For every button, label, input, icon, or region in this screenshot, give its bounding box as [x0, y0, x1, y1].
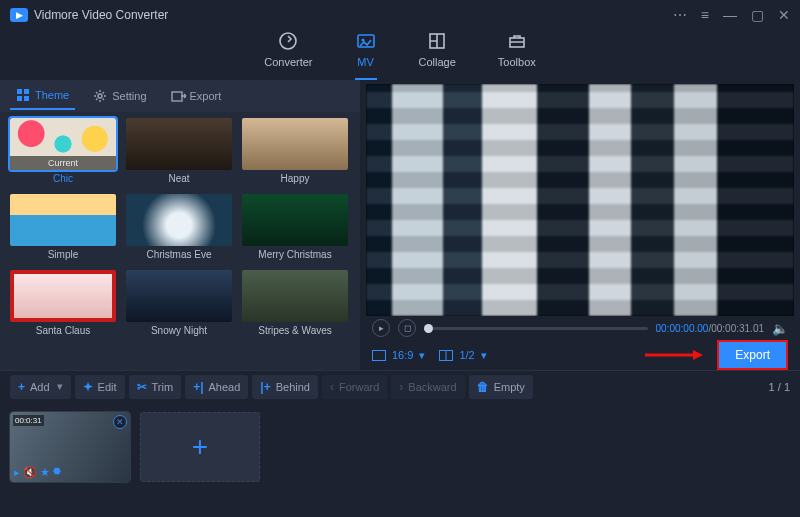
- clip-duration: 00:0:31: [13, 415, 44, 426]
- tab-label: Setting: [112, 90, 146, 102]
- maximize-icon[interactable]: ▢: [751, 7, 764, 23]
- export-button[interactable]: Export: [717, 340, 788, 370]
- btn-label: Add: [30, 381, 50, 393]
- scissors-icon: ✂: [137, 380, 147, 394]
- theme-snowy-night[interactable]: Snowy Night: [124, 270, 234, 340]
- clip-toolbar: +Add▾ ✦Edit ✂Trim +|Ahead |+Behind ‹Forw…: [0, 370, 800, 402]
- clip-thumbnail[interactable]: 00:0:31 ✕ ▸ 🔇 ★ ⬣: [10, 412, 130, 482]
- star-icon[interactable]: ★: [40, 466, 50, 479]
- aspect-ratio-dropdown[interactable]: 16:9 ▾: [372, 349, 425, 362]
- tab-export[interactable]: Export: [165, 83, 228, 109]
- top-nav: Converter MV Collage Toolbox: [0, 30, 800, 80]
- nav-mv[interactable]: MV: [355, 30, 377, 80]
- minimize-icon[interactable]: ―: [723, 7, 737, 23]
- titlebar: ▶ Vidmore Video Converter ⋯ ≡ ― ▢ ✕: [0, 0, 800, 30]
- chevron-down-icon: ▾: [419, 349, 425, 362]
- edit-button[interactable]: ✦Edit: [75, 375, 125, 399]
- nav-label: Collage: [419, 56, 456, 68]
- add-button[interactable]: +Add▾: [10, 375, 71, 399]
- video-preview[interactable]: [366, 84, 794, 316]
- preview-panel: ▸ ◻ 00:00:00.00/00:00:31.01 🔈 16:9 ▾ 1/2…: [360, 80, 800, 370]
- grid4-icon: [16, 88, 30, 102]
- theme-simple[interactable]: Simple: [8, 194, 118, 264]
- timecode: 00:00:00.00/00:00:31.01: [656, 323, 764, 334]
- theme-label: Stripes & Waves: [258, 325, 332, 336]
- nav-label: Toolbox: [498, 56, 536, 68]
- grid-icon: [426, 30, 448, 52]
- panel-tabs: Theme Setting Export: [0, 80, 360, 112]
- nav-collage[interactable]: Collage: [419, 30, 456, 80]
- svg-point-9: [98, 94, 102, 98]
- themes-grid: CurrentChicNeatHappySimpleChristmas EveM…: [0, 112, 360, 370]
- main-area: Theme Setting Export CurrentChicNeatHapp…: [0, 80, 800, 370]
- play-icon[interactable]: ▸: [14, 466, 20, 479]
- play-button[interactable]: ▸: [372, 319, 390, 337]
- theme-thumb: [126, 270, 232, 322]
- svg-rect-8: [24, 96, 29, 101]
- preview-image: [366, 84, 794, 316]
- refresh-icon: [277, 30, 299, 52]
- add-clip-button[interactable]: +: [140, 412, 260, 482]
- theme-merry-christmas[interactable]: Merry Christmas: [240, 194, 350, 264]
- close-icon[interactable]: ✕: [778, 7, 790, 23]
- btn-label: Behind: [276, 381, 310, 393]
- theme-thumb: [242, 194, 348, 246]
- plus-icon: +: [18, 380, 25, 394]
- backward-button: ›Backward: [391, 375, 464, 399]
- svg-rect-11: [373, 350, 386, 360]
- seek-slider[interactable]: [424, 327, 648, 330]
- volume-icon[interactable]: 🔈: [772, 321, 788, 336]
- timeline-tray: 00:0:31 ✕ ▸ 🔇 ★ ⬣ +: [0, 402, 800, 497]
- page-dropdown[interactable]: 1/2 ▾: [439, 349, 486, 362]
- tab-label: Export: [190, 90, 222, 102]
- ahead-button[interactable]: +|Ahead: [185, 375, 248, 399]
- nav-toolbox[interactable]: Toolbox: [498, 30, 536, 80]
- trim-button[interactable]: ✂Trim: [129, 375, 182, 399]
- feedback-icon[interactable]: ⋯: [673, 7, 687, 23]
- theme-happy[interactable]: Happy: [240, 118, 350, 188]
- seek-handle[interactable]: [424, 324, 433, 333]
- menu-icon[interactable]: ≡: [701, 7, 709, 23]
- chevron-down-icon: ▾: [57, 380, 63, 393]
- mute-icon[interactable]: 🔇: [23, 466, 37, 479]
- preview-options: 16:9 ▾ 1/2 ▾ Export: [366, 340, 794, 370]
- nav-label: Converter: [264, 56, 312, 68]
- forward-button: ‹Forward: [322, 375, 387, 399]
- tab-theme[interactable]: Theme: [10, 82, 75, 110]
- svg-marker-15: [693, 350, 703, 360]
- btn-label: Trim: [152, 381, 174, 393]
- theme-label: Chic: [53, 173, 73, 184]
- aspect-value: 16:9: [392, 349, 413, 361]
- theme-chic[interactable]: CurrentChic: [8, 118, 118, 188]
- theme-thumb: [242, 118, 348, 170]
- theme-santa-claus[interactable]: Santa Claus: [8, 270, 118, 340]
- theme-label: Neat: [168, 173, 189, 184]
- btn-label: Ahead: [209, 381, 241, 393]
- nav-converter[interactable]: Converter: [264, 30, 312, 80]
- theme-stripes-waves[interactable]: Stripes & Waves: [240, 270, 350, 340]
- theme-christmas-eve[interactable]: Christmas Eve: [124, 194, 234, 264]
- tab-setting[interactable]: Setting: [87, 83, 152, 109]
- toolbox-icon: [506, 30, 528, 52]
- btn-label: Edit: [98, 381, 117, 393]
- remove-clip-button[interactable]: ✕: [113, 415, 127, 429]
- behind-button[interactable]: |+Behind: [252, 375, 318, 399]
- page-value: 1/2: [459, 349, 474, 361]
- backward-icon: ›: [399, 380, 403, 394]
- svg-rect-5: [17, 89, 22, 94]
- behind-icon: |+: [260, 380, 270, 394]
- theme-neat[interactable]: Neat: [124, 118, 234, 188]
- time-current: 00:00:00.00: [656, 323, 709, 334]
- app-title: Vidmore Video Converter: [34, 8, 168, 22]
- chevron-down-icon: ▾: [481, 349, 487, 362]
- split-icon: [439, 350, 453, 361]
- stop-button[interactable]: ◻: [398, 319, 416, 337]
- theme-label: Snowy Night: [151, 325, 207, 336]
- aspect-icon: [372, 350, 386, 361]
- effects-icon[interactable]: ⬣: [53, 466, 61, 479]
- trash-icon: 🗑: [477, 380, 489, 394]
- tab-label: Theme: [35, 89, 69, 101]
- empty-button[interactable]: 🗑Empty: [469, 375, 533, 399]
- svg-rect-6: [24, 89, 29, 94]
- theme-thumb: [126, 118, 232, 170]
